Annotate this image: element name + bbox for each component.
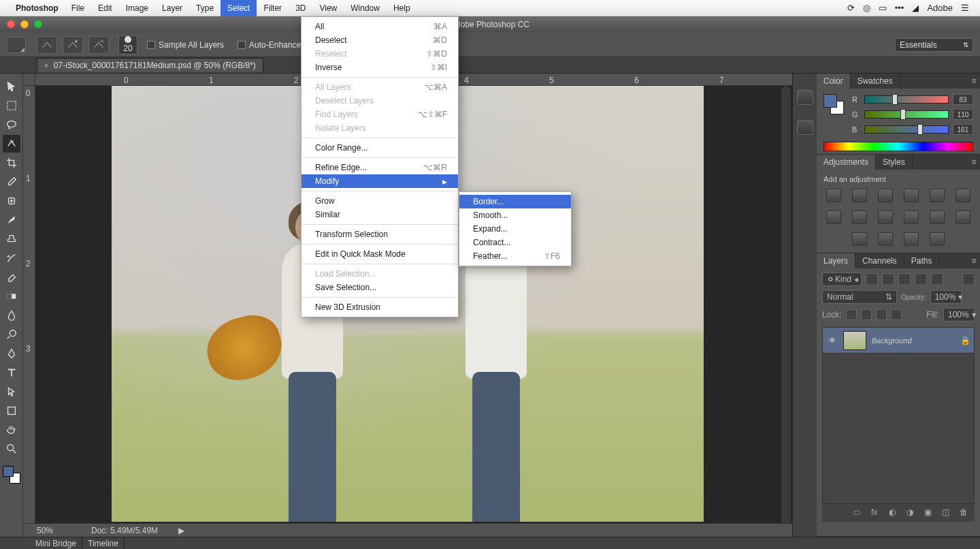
tab-mini-bridge[interactable]: Mini Bridge xyxy=(30,537,82,549)
menu-filter[interactable]: Filter xyxy=(257,0,289,16)
menu-view[interactable]: View xyxy=(312,0,344,16)
new-group-icon[interactable]: ▣ xyxy=(924,507,935,518)
panel-menu-icon[interactable]: ≡ xyxy=(968,253,980,268)
dock-history-icon[interactable] xyxy=(797,90,813,105)
color-swatch-pair[interactable] xyxy=(823,94,844,114)
adj-threshold-icon[interactable] xyxy=(878,232,893,246)
filter-type-icon[interactable] xyxy=(898,273,911,285)
adj-brightness-icon[interactable] xyxy=(826,189,841,202)
value-b[interactable]: 161 xyxy=(953,124,973,135)
link-layers-icon[interactable]: ⬭ xyxy=(853,507,864,518)
brush-subtract-selection-icon[interactable] xyxy=(88,36,109,54)
gradient-tool-icon[interactable] xyxy=(3,287,20,305)
layer-row[interactable]: 👁 Background 🔒 xyxy=(823,328,974,354)
lock-transparency-icon[interactable] xyxy=(846,309,857,320)
lasso-tool-icon[interactable] xyxy=(3,116,20,134)
move-tool-icon[interactable] xyxy=(3,78,20,95)
marquee-tool-icon[interactable] xyxy=(3,97,20,114)
healing-tool-icon[interactable] xyxy=(3,192,20,210)
adj-hue-icon[interactable] xyxy=(956,189,970,202)
modify-menu-item-contract-[interactable]: Contract... xyxy=(459,236,571,249)
brush-new-selection-icon[interactable] xyxy=(37,36,57,54)
tab-styles[interactable]: Styles xyxy=(876,155,913,170)
opacity-field[interactable]: 100%▾ xyxy=(930,290,962,304)
hand-tool-icon[interactable] xyxy=(3,421,20,439)
zoom-tool-icon[interactable] xyxy=(3,440,20,458)
zoom-window-icon[interactable] xyxy=(34,20,42,29)
path-selection-tool-icon[interactable] xyxy=(3,383,20,401)
brush-size-picker[interactable]: 20 xyxy=(118,35,137,54)
new-layer-icon[interactable]: ◫ xyxy=(942,507,953,518)
visibility-icon[interactable]: 👁 xyxy=(827,336,838,345)
select-menu-item-inverse[interactable]: Inverse⇧⌘I xyxy=(301,61,458,74)
value-g[interactable]: 110 xyxy=(953,109,973,120)
select-menu-item-color-range-[interactable]: Color Range... xyxy=(301,141,458,155)
crop-tool-icon[interactable] xyxy=(3,154,20,172)
close-window-icon[interactable] xyxy=(7,20,15,29)
dock-properties-icon[interactable] xyxy=(797,120,813,135)
eraser-tool-icon[interactable] xyxy=(3,268,20,286)
filter-toggle-icon[interactable] xyxy=(962,273,975,285)
layer-name[interactable]: Background xyxy=(872,336,955,345)
layer-filter-kind[interactable]: ⭘Kind◂ xyxy=(822,272,862,286)
blend-mode-dropdown[interactable]: Normal⇅ xyxy=(822,290,897,304)
history-brush-tool-icon[interactable] xyxy=(3,249,20,267)
lock-pixels-icon[interactable] xyxy=(861,309,872,320)
tab-timeline[interactable]: Timeline xyxy=(82,537,125,549)
menu-image[interactable]: Image xyxy=(119,0,155,16)
ruler-vertical[interactable]: 0 1 2 3 xyxy=(23,86,35,537)
chevron-right-icon[interactable]: ▶ xyxy=(178,526,184,535)
tab-channels[interactable]: Channels xyxy=(855,253,904,268)
menu-help[interactable]: Help xyxy=(387,0,417,16)
filter-adjustment-icon[interactable] xyxy=(882,273,894,285)
adj-bw-icon[interactable] xyxy=(852,210,867,224)
pen-tool-icon[interactable] xyxy=(3,345,20,362)
brush-add-selection-icon[interactable] xyxy=(63,36,83,54)
filter-shape-icon[interactable] xyxy=(915,273,927,285)
menu-layer[interactable]: Layer xyxy=(155,0,189,16)
slider-g[interactable] xyxy=(864,110,949,119)
brush-tool-icon[interactable] xyxy=(3,211,20,229)
quick-selection-tool-icon[interactable] xyxy=(3,135,20,153)
select-menu-item-deselect[interactable]: Deselect⌘D xyxy=(301,33,458,47)
foreground-background-swatch[interactable] xyxy=(3,466,20,484)
adj-channelmixer-icon[interactable] xyxy=(904,210,919,224)
modify-menu-item-smooth-[interactable]: Smooth... xyxy=(459,208,571,222)
adobe-logo-icon[interactable]: ◢ xyxy=(912,3,919,13)
menu-file[interactable]: File xyxy=(65,0,91,16)
modify-menu-item-feather-[interactable]: Feather...⇧F6 xyxy=(459,249,571,263)
modify-menu-item-expand-[interactable]: Expand... xyxy=(459,222,571,236)
stamp-tool-icon[interactable] xyxy=(3,230,20,248)
select-menu-item-save-selection-[interactable]: Save Selection... xyxy=(301,281,458,294)
menu-window[interactable]: Window xyxy=(344,0,387,16)
adj-invert-icon[interactable] xyxy=(956,210,970,224)
list-icon[interactable]: ☰ xyxy=(961,3,969,13)
document-tab[interactable]: × 07-iStock_000017617181Medium.psd @ 50%… xyxy=(37,58,263,72)
panel-menu-icon[interactable]: ≡ xyxy=(968,74,980,89)
menu-3d[interactable]: 3D xyxy=(289,0,312,16)
dodge-tool-icon[interactable] xyxy=(3,326,20,343)
value-r[interactable]: 83 xyxy=(953,94,973,105)
new-fill-icon[interactable]: ◑ xyxy=(906,507,917,518)
current-tool-icon[interactable] xyxy=(7,37,26,53)
modify-menu-item-border-[interactable]: Border... xyxy=(459,195,571,208)
ruler-origin[interactable] xyxy=(23,74,35,86)
adj-colorbalance-icon[interactable] xyxy=(826,210,841,224)
tab-swatches[interactable]: Swatches xyxy=(851,74,900,89)
menu-edit[interactable]: Edit xyxy=(91,0,119,16)
slider-r[interactable] xyxy=(864,95,949,104)
adj-gradientmap-icon[interactable] xyxy=(904,232,919,246)
minimize-window-icon[interactable] xyxy=(20,20,29,29)
layer-thumb-icon[interactable] xyxy=(843,331,866,350)
menu-type[interactable]: Type xyxy=(189,0,220,16)
select-menu-item-edit-in-quick-mask-mode[interactable]: Edit in Quick Mask Mode xyxy=(301,247,458,261)
filter-smart-icon[interactable] xyxy=(931,273,943,285)
tab-color[interactable]: Color xyxy=(817,74,851,89)
menu-select[interactable]: Select xyxy=(220,0,257,16)
adj-photofilter-icon[interactable] xyxy=(878,210,893,224)
menubar-app[interactable]: Photoshop xyxy=(16,3,59,13)
slider-b[interactable] xyxy=(864,125,949,134)
doc-size-label[interactable]: Doc: 5.49M/5.49M xyxy=(91,526,158,535)
adj-vibrance-icon[interactable] xyxy=(930,189,945,202)
workspace-switcher[interactable]: Essentials ⇅ xyxy=(895,38,973,52)
